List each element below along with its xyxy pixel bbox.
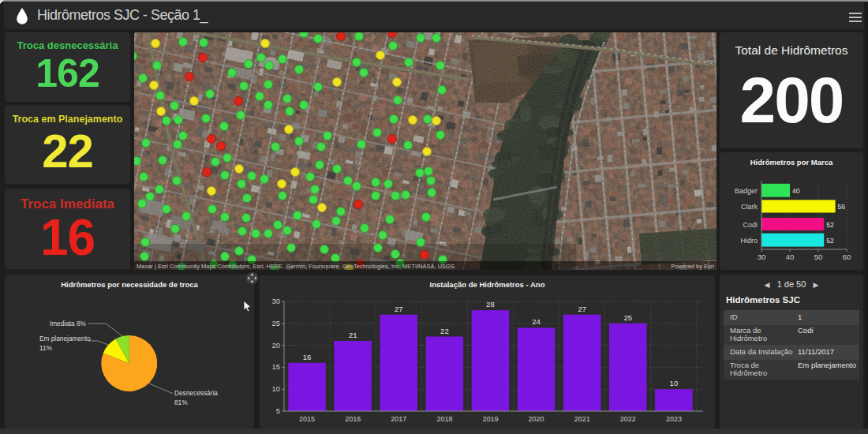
svg-text:60: 60 bbox=[843, 253, 851, 261]
svg-text:27: 27 bbox=[578, 305, 586, 313]
svg-text:15: 15 bbox=[271, 362, 280, 371]
svg-text:28: 28 bbox=[486, 300, 495, 309]
svg-text:11%: 11% bbox=[39, 344, 53, 352]
svg-text:24: 24 bbox=[532, 317, 541, 326]
svg-text:Em planejamento: Em planejamento bbox=[39, 335, 91, 342]
svg-text:2021: 2021 bbox=[574, 415, 590, 423]
svg-text:Hidro: Hidro bbox=[740, 237, 758, 245]
svg-text:30: 30 bbox=[758, 253, 766, 261]
svg-text:2016: 2016 bbox=[345, 415, 361, 423]
svg-text:16: 16 bbox=[303, 353, 312, 361]
svg-text:10: 10 bbox=[670, 379, 679, 387]
svg-text:2019: 2019 bbox=[482, 415, 498, 423]
svg-text:2023: 2023 bbox=[666, 415, 682, 423]
svg-text:2015: 2015 bbox=[299, 415, 315, 423]
svg-text:27: 27 bbox=[395, 305, 403, 313]
svg-text:30: 30 bbox=[271, 297, 280, 305]
svg-text:2018: 2018 bbox=[436, 415, 452, 423]
svg-text:50: 50 bbox=[814, 253, 823, 261]
svg-text:40: 40 bbox=[786, 253, 795, 261]
svg-text:Desnecessária: Desnecessária bbox=[174, 389, 218, 397]
svg-text:5: 5 bbox=[276, 406, 280, 415]
svg-text:21: 21 bbox=[349, 331, 357, 339]
svg-text:22: 22 bbox=[440, 327, 449, 335]
svg-text:10: 10 bbox=[271, 384, 280, 393]
svg-text:2017: 2017 bbox=[391, 415, 406, 423]
svg-text:Clark: Clark bbox=[741, 203, 758, 211]
svg-text:Badger: Badger bbox=[735, 187, 758, 195]
svg-text:20: 20 bbox=[271, 341, 280, 350]
svg-text:Codi: Codi bbox=[743, 221, 758, 229]
svg-text:52: 52 bbox=[826, 237, 834, 245]
svg-text:Maxar | Esri Community Maps Co: Maxar | Esri Community Maps Contributors… bbox=[137, 263, 455, 270]
svg-text:81%: 81% bbox=[174, 398, 188, 406]
svg-text:52: 52 bbox=[826, 221, 834, 229]
svg-text:Powered by Esri: Powered by Esri bbox=[671, 263, 714, 270]
svg-text:2020: 2020 bbox=[529, 415, 544, 423]
svg-text:25: 25 bbox=[271, 319, 280, 327]
svg-text:25: 25 bbox=[624, 313, 633, 322]
svg-text:56: 56 bbox=[838, 203, 846, 211]
svg-text:40: 40 bbox=[792, 187, 800, 195]
svg-text:Imediata 8%: Imediata 8% bbox=[50, 320, 87, 327]
svg-text:2022: 2022 bbox=[620, 415, 636, 423]
